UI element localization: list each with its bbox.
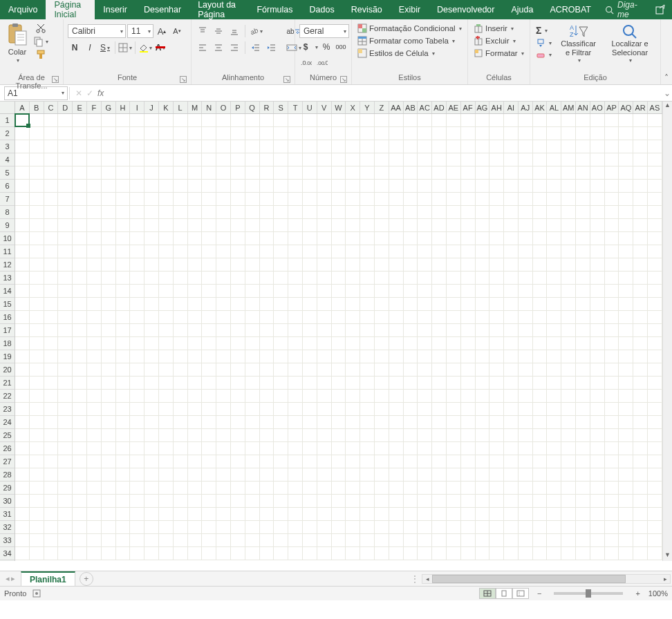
cell[interactable] [576, 180, 590, 192]
cell[interactable] [15, 219, 30, 231]
cell[interactable] [432, 534, 447, 546]
cell[interactable] [174, 416, 188, 428]
cell[interactable] [15, 482, 30, 494]
cell[interactable] [375, 495, 389, 507]
cell[interactable] [375, 311, 389, 323]
cell[interactable] [633, 547, 648, 560]
cell[interactable] [648, 127, 662, 140]
cell[interactable] [144, 311, 159, 323]
cell[interactable] [58, 298, 73, 310]
cell[interactable] [404, 114, 418, 126]
cell[interactable] [418, 442, 432, 455]
column-header[interactable]: T [288, 102, 303, 113]
cell[interactable] [288, 377, 303, 389]
cell[interactable] [73, 153, 87, 166]
row-header[interactable]: 21 [0, 377, 15, 390]
cell[interactable] [547, 350, 561, 363]
cell[interactable] [274, 416, 288, 428]
cell[interactable] [648, 508, 662, 520]
cell[interactable] [317, 521, 332, 533]
cell[interactable] [461, 350, 476, 363]
cell[interactable] [245, 324, 260, 336]
cell[interactable] [590, 245, 605, 258]
cell[interactable] [590, 258, 605, 271]
cell[interactable] [360, 324, 375, 336]
cell[interactable] [332, 193, 346, 205]
cell[interactable] [360, 272, 375, 284]
cell[interactable] [159, 390, 174, 402]
cell[interactable] [216, 127, 231, 140]
cell[interactable] [346, 114, 360, 126]
cell[interactable] [245, 547, 260, 560]
cell[interactable] [317, 455, 332, 468]
cell[interactable] [547, 390, 561, 402]
cell[interactable] [44, 166, 59, 179]
cell[interactable] [476, 547, 490, 560]
cell[interactable] [648, 521, 662, 533]
cell[interactable] [432, 521, 447, 533]
cell[interactable] [260, 482, 274, 494]
cell[interactable] [418, 127, 432, 140]
cell[interactable] [245, 350, 260, 363]
cell[interactable] [605, 166, 619, 179]
zoom-level[interactable]: 100% [648, 589, 668, 598]
cell[interactable] [633, 363, 648, 376]
cell[interactable] [533, 377, 548, 389]
cell[interactable] [260, 127, 274, 140]
cell[interactable] [260, 377, 274, 389]
cell[interactable] [130, 166, 144, 179]
cell[interactable] [633, 272, 648, 284]
cell[interactable] [231, 140, 245, 153]
cell[interactable] [360, 127, 375, 140]
cell[interactable] [461, 114, 476, 126]
cell[interactable] [447, 350, 461, 363]
cell[interactable] [375, 180, 389, 192]
cell[interactable] [533, 442, 548, 455]
cell[interactable] [590, 482, 605, 494]
cell[interactable] [159, 495, 174, 507]
cell[interactable] [447, 429, 461, 441]
cell[interactable] [188, 377, 203, 389]
cell[interactable] [461, 363, 476, 376]
cell[interactable] [288, 272, 303, 284]
cell[interactable] [303, 127, 317, 140]
cell[interactable] [174, 534, 188, 546]
cell[interactable] [317, 232, 332, 245]
cell[interactable] [375, 272, 389, 284]
cell[interactable] [188, 232, 203, 245]
cell[interactable] [159, 153, 174, 166]
cell[interactable] [418, 245, 432, 258]
row-header[interactable]: 34 [0, 547, 15, 560]
cell[interactable] [461, 311, 476, 323]
cell[interactable] [346, 180, 360, 192]
cell[interactable] [102, 403, 116, 415]
cell[interactable] [245, 390, 260, 402]
cell[interactable] [346, 547, 360, 560]
cell[interactable] [231, 521, 245, 533]
cell[interactable] [375, 232, 389, 245]
cell[interactable] [375, 455, 389, 468]
cell[interactable] [260, 363, 274, 376]
cell[interactable] [58, 521, 73, 533]
cell[interactable] [202, 403, 216, 415]
cell[interactable] [547, 193, 561, 205]
font-color-button[interactable]: A▾ [153, 41, 167, 55]
cell[interactable] [447, 180, 461, 192]
cell[interactable] [216, 140, 231, 153]
cell[interactable] [432, 495, 447, 507]
cell[interactable] [389, 298, 404, 310]
cell[interactable] [332, 140, 346, 153]
cell[interactable] [144, 508, 159, 520]
cell[interactable] [303, 140, 317, 153]
cell[interactable] [447, 272, 461, 284]
column-header[interactable]: O [216, 102, 231, 113]
cell[interactable] [375, 258, 389, 271]
cell[interactable] [346, 272, 360, 284]
cell[interactable] [303, 219, 317, 231]
cell[interactable] [461, 337, 476, 350]
cell[interactable] [418, 311, 432, 323]
cell[interactable] [533, 390, 548, 402]
cell[interactable] [44, 547, 59, 560]
cell[interactable] [317, 482, 332, 494]
row-header[interactable]: 20 [0, 363, 15, 377]
